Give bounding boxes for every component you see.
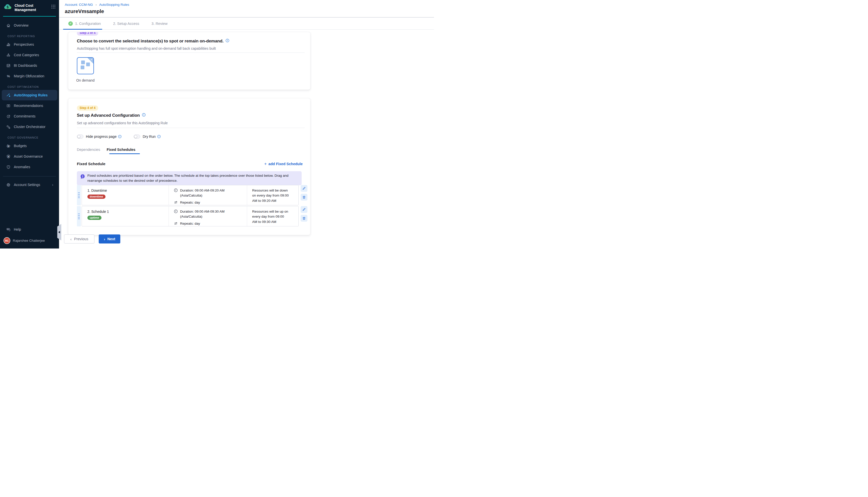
add-fixed-schedule-button[interactable]: + add Fixed Schedule [264, 162, 303, 166]
sidebar-item-label: Cluster Orchestrator [14, 125, 45, 129]
sidebar-item-budgets[interactable]: $ Budgets [2, 141, 57, 151]
schedule-name-cell: 1. Downtime downtime [82, 185, 169, 205]
delete-schedule-button[interactable] [300, 194, 307, 201]
svg-text:%: % [7, 74, 10, 78]
sidebar-divider [3, 176, 56, 176]
sidebar-item-anomalies[interactable]: Anomalies [2, 162, 57, 172]
toggle-row: Hide progress page Dry Run [77, 134, 161, 139]
wizard-tabs: ✓ 1. Configuration 2. Setup Access 3. Re… [59, 17, 434, 30]
sidebar-item-overview[interactable]: Overview [2, 20, 57, 31]
drag-handle[interactable] [77, 185, 81, 205]
schedule-row: 1. Downtime downtime Duration: 09:00 AM-… [77, 185, 308, 205]
schedule-actions [300, 185, 308, 205]
info-icon[interactable] [157, 135, 161, 138]
sidebar-item-label: Help [14, 227, 21, 231]
clock-icon [174, 209, 178, 219]
toggle-pill[interactable] [77, 134, 83, 139]
percent-icon: % [6, 74, 11, 78]
sidebar-item-label: Budgets [14, 144, 27, 148]
schedule-name: 2. Schedule 1 [87, 210, 169, 214]
breadcrumb-account-link[interactable]: Account: CCM-NG [65, 3, 93, 6]
delete-schedule-button[interactable] [300, 215, 307, 222]
info-icon[interactable] [118, 135, 122, 138]
sidebar-item-asset-governance[interactable]: $ Asset Governance [2, 151, 57, 162]
card-subheading: AutoStopping has full spot interruption … [77, 46, 216, 51]
sidebar-item-help[interactable]: ? Help [2, 224, 57, 235]
square-icon [81, 66, 84, 69]
tab-dependencies[interactable]: Dependencies [77, 147, 100, 152]
section-label-cost-governance: COST GOVERNANCE [0, 132, 59, 141]
previous-label: Previous [74, 237, 88, 241]
sidebar-collapse-handle[interactable] [57, 224, 61, 240]
previous-button[interactable]: ‹ Previous [64, 235, 95, 243]
sidebar-item-cluster-orchestrator[interactable]: Cluster Orchestrator [2, 122, 57, 132]
toggle-pill[interactable] [134, 134, 140, 139]
tab-label: 3. Review [152, 22, 168, 26]
user-profile[interactable]: RC Rajarshee Chatterjee [0, 235, 59, 247]
schedule-row-box: 2. Schedule 1 uptime Duration: 09:00 AM-… [82, 206, 299, 226]
section-label-cost-optimization: COST OPTIMIZATION [0, 81, 59, 90]
sidebar-item-recommendations[interactable]: Recommendations [2, 100, 57, 111]
schedule-name-cell: 2. Schedule 1 uptime [82, 206, 169, 226]
schedule-name: 1. Downtime [87, 188, 169, 193]
on-demand-option-tile[interactable]: ✓ [77, 57, 94, 74]
drag-handle[interactable] [77, 206, 81, 226]
tab-configuration[interactable]: ✓ 1. Configuration [68, 22, 101, 26]
main-area: Account: CCM-NG › AutoStopping Rules azu… [59, 0, 434, 248]
sidebar-item-margin-obfuscation[interactable]: % Margin Obfuscation [2, 71, 57, 81]
sidebar-item-account-settings[interactable]: Account Settings › [2, 180, 57, 190]
info-icon[interactable] [142, 113, 146, 118]
schedule-row-box: 1. Downtime downtime Duration: 09:00 AM-… [82, 185, 299, 205]
schedule-duration: Duration: 09:00 AM-09:30 AM (Asia/Calcut… [180, 209, 231, 219]
chevron-right-icon: › [104, 237, 105, 241]
heading-text: Set up Advanced Configuration [77, 113, 140, 118]
home-icon [6, 23, 11, 28]
chevron-left-icon [58, 231, 60, 233]
sidebar-item-label: Margin Obfuscation [14, 74, 44, 78]
gear-icon [6, 183, 11, 187]
tab-label: 1. Configuration [75, 22, 101, 26]
toggle-label: Dry Run [143, 134, 155, 139]
schedule-list: 1. Downtime downtime Duration: 09:00 AM-… [77, 185, 308, 227]
app-switcher-grid-icon[interactable] [51, 4, 56, 10]
breadcrumb-section-link[interactable]: AutoStopping Rules [99, 3, 129, 6]
square-icon [81, 60, 85, 64]
edit-schedule-button[interactable] [300, 185, 307, 192]
sidebar-item-label: AutoStopping Rules [14, 93, 48, 97]
sidebar-item-bi-dashboards[interactable]: BI Dashboards [2, 60, 57, 71]
sidebar-item-label: Perspectives [14, 42, 34, 46]
repeat-icon [174, 200, 178, 205]
tab-fixed-schedules[interactable]: Fixed Schedules [107, 147, 135, 152]
user-name: Rajarshee Chatterjee [13, 239, 45, 242]
next-button[interactable]: › Next [99, 235, 120, 243]
autostopping-wizard-page: $ Cloud Cost Management Overview COST RE… [0, 0, 434, 248]
hide-progress-page-toggle[interactable]: Hide progress page [77, 134, 122, 139]
sidebar-item-label: BI Dashboards [14, 63, 37, 68]
chevron-separator-icon: › [96, 3, 97, 6]
sidebar-item-autostopping-rules[interactable]: AutoStopping Rules [2, 90, 57, 100]
clock-cycle-icon [6, 114, 11, 118]
tab-review[interactable]: 3. Review [152, 22, 168, 26]
on-demand-label: On demand [77, 78, 94, 82]
advanced-configuration-card: Step 4 of 4 Set up Advanced Configuratio… [68, 98, 310, 235]
autostopping-icon [6, 93, 11, 97]
sidebar-item-perspectives[interactable]: Perspectives [2, 39, 57, 50]
dry-run-toggle[interactable]: Dry Run [134, 134, 160, 139]
info-icon[interactable] [226, 39, 229, 44]
schedule-type-badge: uptime [87, 216, 101, 220]
active-tab-underline [109, 153, 140, 154]
recommendation-badge-icon [6, 104, 11, 108]
app-title: Cloud Cost Management [15, 3, 42, 12]
sidebar-item-cost-categories[interactable]: Cost Categories [2, 50, 57, 60]
svg-text:$: $ [8, 145, 9, 147]
sidebar-item-commitments[interactable]: Commitments [2, 111, 57, 122]
edit-schedule-button[interactable] [300, 206, 307, 213]
card-heading: Choose to convert the selected instance(… [77, 39, 229, 44]
step-badge: Step 3 of 4 [77, 32, 98, 36]
sidebar-header: $ Cloud Cost Management [0, 0, 59, 15]
advanced-config-tabs: Dependencies Fixed Schedules [77, 147, 135, 152]
shapes-icon [6, 53, 11, 57]
schedule-type-badge: downtime [87, 195, 106, 199]
tab-setup-access[interactable]: 2. Setup Access [113, 22, 139, 26]
wizard-footer: ‹ Previous › Next [64, 235, 120, 243]
